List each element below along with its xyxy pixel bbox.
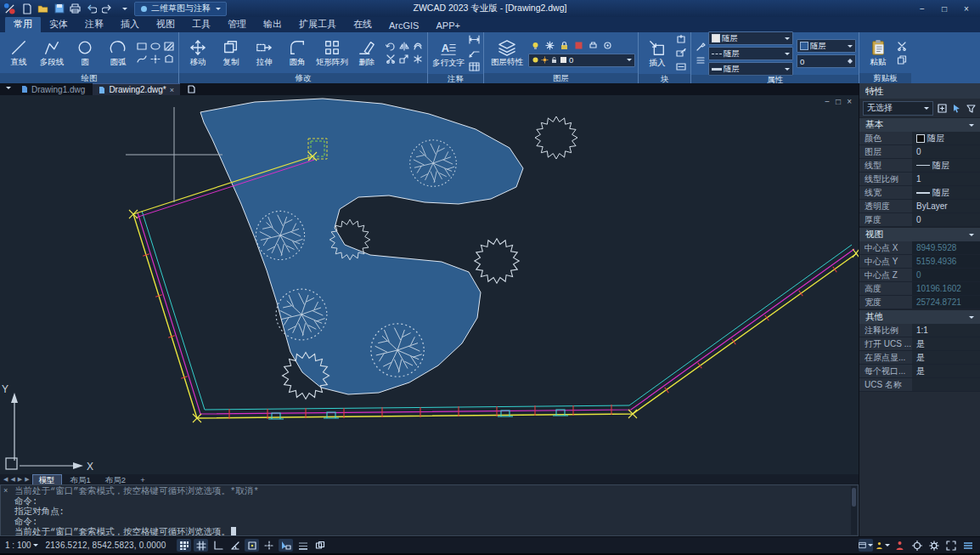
drawing-canvas[interactable]: − □ × [0,95,859,474]
maximize-button[interactable]: □ [934,2,955,15]
section-other[interactable]: 其他 [859,309,980,324]
layer-properties-button[interactable]: 图层特性 [487,33,527,72]
transparency-spin-icons[interactable] [848,56,853,66]
tab-home[interactable]: 常用 [5,16,41,32]
locator-icon[interactable] [910,539,924,552]
dimension-tool-icon[interactable] [467,33,481,46]
stretch-button[interactable]: 拉伸 [248,33,280,72]
mirror-tool-icon[interactable] [397,40,411,53]
hatch-tool-icon[interactable] [162,40,176,53]
tab-insert[interactable]: 插入 [112,16,148,32]
rectangle-tool-icon[interactable] [135,40,149,53]
workspace-switcher[interactable]: 二维草图与注释 [134,2,227,16]
match-properties-icon[interactable] [694,41,707,54]
viewport-close-icon[interactable]: × [847,97,852,106]
tab-manage[interactable]: 管理 [219,16,255,32]
select-objects-icon[interactable] [950,102,962,114]
prev-layout-icon[interactable]: ◀ [10,476,14,483]
circle-button[interactable]: 圆 [69,33,101,72]
region-tool-icon[interactable] [162,53,176,65]
next-layout-icon[interactable]: ▶ [18,476,22,483]
undo-icon[interactable] [85,3,98,14]
tab-annotate[interactable]: 注释 [76,16,112,32]
color-dropdown[interactable]: 随层 [708,31,793,45]
tab-arcgis[interactable]: ArcGIS [380,19,427,32]
tab-online[interactable]: 在线 [345,16,380,32]
redo-icon[interactable] [101,3,114,14]
close-button[interactable]: × [956,2,977,15]
prop-value[interactable]: 随层 [912,132,980,144]
command-input-line[interactable]: 当前处于“窗口”套索模式，按空格键可循环浏览选项。 [14,527,848,536]
annotation-scale-control[interactable]: 1 : 100 [5,541,38,550]
last-layout-icon[interactable]: ▶ [25,476,29,483]
tab-view[interactable]: 视图 [148,16,183,32]
prop-value[interactable]: 0 [912,145,980,158]
transparency-spinner[interactable]: 0 [797,54,856,68]
table-tool-icon[interactable] [467,60,481,73]
save-icon[interactable] [53,3,65,14]
viewport-restore-icon[interactable]: □ [836,97,841,106]
tab-express[interactable]: 扩展工具 [290,16,345,32]
doc-tab-menu-icon[interactable] [2,83,14,95]
fillet-button[interactable]: 圆角 [281,33,313,72]
viewport-minimize-icon[interactable]: − [825,97,830,106]
open-folder-icon[interactable] [37,3,49,14]
new-file-icon[interactable] [20,3,33,14]
qat-dropdown-icon[interactable] [117,3,130,14]
tab-solid[interactable]: 实体 [41,16,76,32]
add-layout-button[interactable]: + [134,475,151,484]
prop-value[interactable]: 1:1 [912,324,980,337]
snap-grid-icon[interactable] [177,539,191,552]
annotation-scale-icon[interactable] [876,539,890,552]
layer-color-icon[interactable] [572,39,585,52]
mtext-button[interactable]: A 多行文字 [431,34,466,73]
quick-select-icon[interactable] [965,102,977,114]
layer-freeze-icon[interactable] [543,39,556,52]
command-line-panel[interactable]: × 当前处于“窗口”套索模式，按空格键可循环浏览选项。*取消* 命令: 指定对角… [0,484,859,536]
plot-style-dropdown[interactable]: 随层 [797,39,856,53]
line-button[interactable]: 直线 [3,33,35,72]
layer-isolate-icon[interactable] [600,39,614,52]
close-tab-icon[interactable]: × [170,86,174,94]
doc-tab-drawing2[interactable]: Drawing2.dwg* × [93,83,180,95]
prop-value[interactable]: 是 [912,351,980,364]
command-scrollbar[interactable] [851,486,857,535]
settings-gear-icon[interactable] [926,539,941,552]
rotate-tool-icon[interactable] [384,40,397,53]
prop-value[interactable]: 随层 [912,186,980,199]
layout-tab-model[interactable]: 模型 [32,474,62,485]
tab-output[interactable]: 输出 [255,16,290,32]
ellipse-tool-icon[interactable] [149,40,162,53]
prop-value[interactable]: 是 [912,337,980,350]
cut-tool-icon[interactable] [895,40,909,53]
offset-tool-icon[interactable] [411,40,425,53]
block-attrib-tool-icon[interactable] [674,60,688,73]
toggle-pickadd-icon[interactable] [936,102,948,114]
clean-screen-icon[interactable] [943,539,958,552]
lineweight-dropdown[interactable]: 随层 [708,62,793,76]
selection-dropdown[interactable]: 无选择 [863,101,933,116]
doc-tab-drawing1[interactable]: Drawing1.dwg [15,83,91,95]
create-block-tool-icon[interactable] [674,33,688,46]
move-button[interactable]: 移动 [182,33,214,72]
object-tracking-icon[interactable] [262,539,276,552]
linetype-dropdown[interactable]: 随层 [708,47,793,60]
command-close-icon[interactable]: × [3,486,8,496]
tab-app-plus[interactable]: APP+ [427,19,468,32]
prop-value[interactable] [912,378,980,391]
model-space-button[interactable] [859,539,873,552]
prop-value[interactable]: 1 [912,173,980,185]
prop-value[interactable]: ByLayer [912,200,980,212]
copy-button[interactable]: 复制 [215,33,247,72]
dynamic-input-icon[interactable] [279,539,293,552]
property-list-icon[interactable] [694,54,707,67]
annotation-monitor-icon[interactable] [893,539,907,552]
leader-tool-icon[interactable] [467,47,481,59]
rect-array-button[interactable]: 矩形阵列 [314,33,350,72]
ortho-mode-icon[interactable] [211,539,225,552]
first-layout-icon[interactable]: ◀ [3,476,8,483]
explode-tool-icon[interactable] [411,53,425,65]
section-view[interactable]: 视图 [859,227,980,241]
arc-button[interactable]: 圆弧 [102,33,134,72]
lineweight-display-icon[interactable] [296,539,310,552]
